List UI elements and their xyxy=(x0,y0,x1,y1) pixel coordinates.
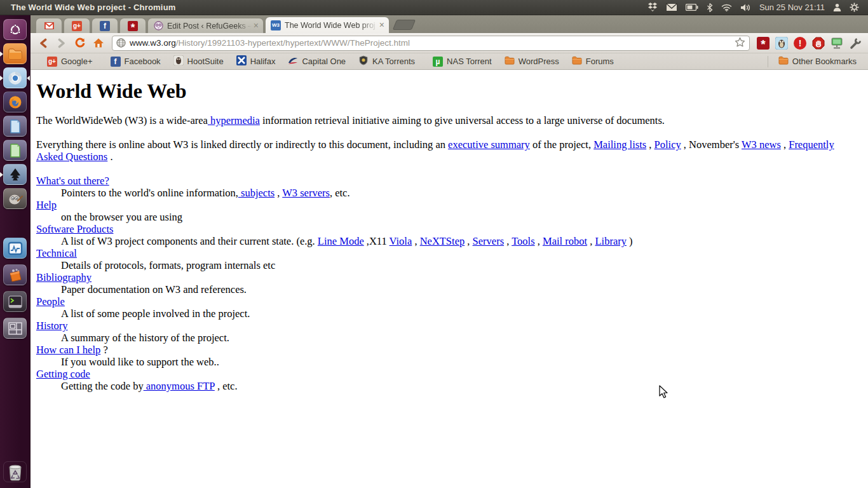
content-link[interactable]: W3 news xyxy=(742,139,781,151)
bluetooth-icon[interactable] xyxy=(707,3,713,12)
chromium-button[interactable] xyxy=(3,67,27,88)
google-plus-icon: g+ xyxy=(72,21,82,31)
pinned-tab-google-plus[interactable]: g+ xyxy=(64,18,90,33)
pinned-tab-lastpass[interactable]: * xyxy=(119,18,146,33)
mouse-cursor xyxy=(659,385,669,402)
content-link[interactable]: hypermedia xyxy=(208,114,260,126)
gimp-button[interactable] xyxy=(3,188,27,209)
content-link[interactable]: Library xyxy=(595,235,626,247)
firefox-button[interactable] xyxy=(3,92,27,112)
content-link[interactable]: anonymous FTP xyxy=(144,380,215,392)
tab-title: Edit Post ‹ RefuGeeks — W xyxy=(167,22,252,30)
content-link[interactable]: Mailing lists xyxy=(593,139,646,151)
close-tab-icon[interactable]: × xyxy=(377,20,389,30)
wifi-icon[interactable] xyxy=(721,4,732,11)
tab-refugeeks[interactable]: Edit Post ‹ RefuGeeks — W × xyxy=(147,18,264,33)
url-path: /History/19921103-hypertext/hypertext/WW… xyxy=(176,38,410,48)
workspace-switcher-button[interactable] xyxy=(3,318,27,339)
content-link[interactable]: How can I help xyxy=(36,344,100,356)
inkscape-button[interactable] xyxy=(3,164,27,185)
hootsuite-extension-icon[interactable] xyxy=(775,36,789,50)
user-session-icon[interactable] xyxy=(833,3,841,12)
content-link[interactable]: Servers xyxy=(473,235,504,247)
mail-icon[interactable] xyxy=(666,3,677,11)
content-link[interactable]: History xyxy=(36,320,68,332)
lastpass-extension-icon[interactable]: * xyxy=(756,36,770,50)
bookmark-capital-one[interactable]: Capital One xyxy=(281,55,352,69)
dl-definition: A summary of the history of the project. xyxy=(61,332,863,344)
bookmark-nas-torrent[interactable]: µ NAS Torrent xyxy=(421,55,498,69)
wrench-menu-icon[interactable] xyxy=(848,36,862,50)
content-link[interactable]: Software Products xyxy=(36,223,113,235)
bookmark-star-icon[interactable] xyxy=(735,37,745,49)
text-run: Paper documentation on W3 and references… xyxy=(61,283,247,295)
utorrent-icon: µ xyxy=(433,57,443,67)
libreoffice-calc-button[interactable] xyxy=(3,140,27,161)
dl-term: People xyxy=(36,295,863,308)
close-tab-icon[interactable]: × xyxy=(252,21,263,31)
power-gear-icon[interactable] xyxy=(850,3,859,12)
battery-icon[interactable] xyxy=(686,4,698,11)
web-page: World Wide Web The WorldWideWeb (W3) is … xyxy=(31,70,868,488)
volume-icon[interactable] xyxy=(740,3,751,12)
dl-term: What's out there? xyxy=(36,175,863,187)
focused-indicator xyxy=(27,76,30,81)
adblock-extension-icon[interactable]: ! xyxy=(793,36,807,50)
halifax-icon xyxy=(236,55,247,67)
home-button[interactable] xyxy=(92,36,105,50)
folder-icon xyxy=(505,56,515,67)
forward-button[interactable] xyxy=(55,36,69,50)
bookmark-halifax[interactable]: Halifax xyxy=(230,55,282,69)
back-button[interactable] xyxy=(36,36,50,50)
files-button[interactable] xyxy=(3,43,27,64)
bookmark-facebook[interactable]: f Facebook xyxy=(99,55,167,69)
dl-definition: A list of W3 project components and thei… xyxy=(61,235,863,247)
content-link[interactable]: subjects xyxy=(238,187,275,199)
bookmark-wordpress[interactable]: WordPress xyxy=(498,55,566,69)
globe-icon xyxy=(116,38,126,48)
address-bar[interactable]: www.w3.org/History/19921103-hypertext/hy… xyxy=(112,36,750,51)
content-link[interactable]: People xyxy=(36,295,65,308)
remote-desktop-extension-icon[interactable] xyxy=(830,36,844,50)
content-link[interactable]: Line Mode xyxy=(318,235,364,247)
content-link[interactable]: Getting code xyxy=(36,368,90,380)
reload-button[interactable] xyxy=(73,36,87,50)
bookmark-hootsuite[interactable]: HootSuite xyxy=(167,55,230,69)
trash-button[interactable] xyxy=(3,461,27,482)
pinned-tab-facebook[interactable]: f xyxy=(92,18,118,33)
software-center-button[interactable] xyxy=(3,264,27,285)
content-link[interactable]: W3 servers xyxy=(282,187,330,199)
folder-icon xyxy=(572,56,582,67)
bookmark-forums[interactable]: Forums xyxy=(566,55,620,69)
content-link[interactable]: What's out there? xyxy=(36,175,109,187)
content-link[interactable]: Mail robot xyxy=(543,235,587,247)
content-link[interactable]: Help xyxy=(36,199,57,211)
bookmark-ka-torrents[interactable]: KA Torrents xyxy=(352,55,421,69)
content-link[interactable]: executive summary xyxy=(448,139,530,151)
dash-home-button[interactable] xyxy=(3,19,27,40)
other-bookmarks-button[interactable]: Other Bookmarks xyxy=(772,55,863,69)
system-monitor-button[interactable] xyxy=(3,238,27,259)
dl-definition: If you would like to support the web.. xyxy=(61,356,863,368)
content-link[interactable]: Viola xyxy=(390,235,412,247)
dropbox-icon[interactable] xyxy=(648,3,658,12)
terminal-button[interactable] xyxy=(3,291,27,312)
content-link[interactable]: Policy xyxy=(654,139,681,151)
text-run: , xyxy=(646,139,654,151)
tab-world-wide-web[interactable]: W3 The World Wide Web proj × xyxy=(265,17,390,33)
content-link[interactable]: Tools xyxy=(512,235,534,247)
clock[interactable]: Sun 25 Nov 21:11 xyxy=(759,3,825,12)
bookmark-google-plus[interactable]: g+ Google+ xyxy=(36,55,99,69)
pinned-tab-gmail[interactable] xyxy=(36,18,62,33)
text-run: , xyxy=(412,235,419,247)
stop-sign-extension-icon[interactable] xyxy=(811,36,825,50)
libreoffice-writer-button[interactable] xyxy=(3,116,27,137)
text-run: , xyxy=(275,187,282,199)
content-link[interactable]: Bibliography xyxy=(36,271,92,283)
new-tab-button[interactable] xyxy=(393,20,416,30)
bookmarks-bar: g+ Google+ f Facebook HootSuite Halifax … xyxy=(31,53,868,70)
content-link[interactable]: Technical xyxy=(36,247,77,259)
text-run: , etc. xyxy=(330,187,350,199)
content-link[interactable]: NeXTStep xyxy=(420,235,465,247)
top-panel: The World Wide Web project - Chromium Su… xyxy=(0,0,868,15)
